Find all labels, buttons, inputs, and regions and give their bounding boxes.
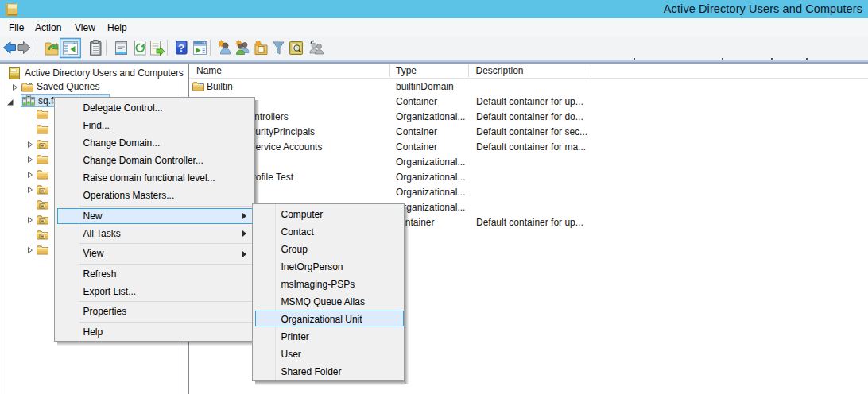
- svg-text:?: ?: [178, 42, 184, 54]
